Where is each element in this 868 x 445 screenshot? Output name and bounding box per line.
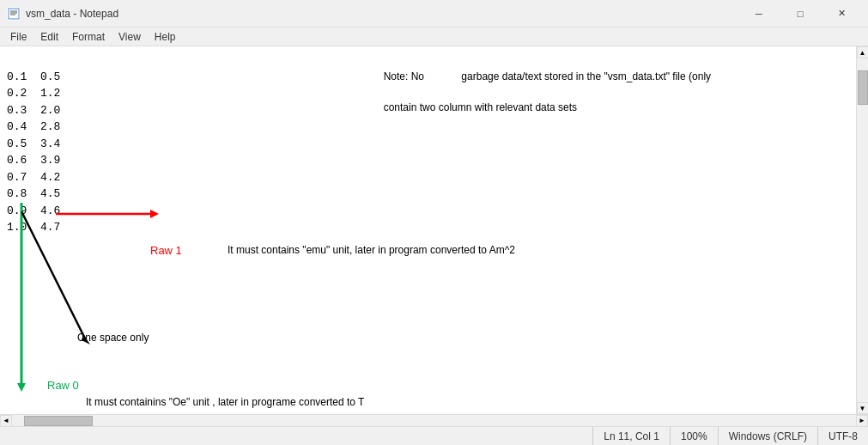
maximize-button[interactable]: □ bbox=[780, 0, 820, 27]
scroll-thumb-v[interactable] bbox=[858, 70, 868, 105]
menu-view[interactable]: View bbox=[112, 29, 148, 45]
app-icon bbox=[7, 7, 21, 21]
svg-marker-6 bbox=[150, 210, 159, 218]
raw0-label: Raw 0 bbox=[47, 377, 79, 394]
scroll-right-button[interactable]: ► bbox=[856, 415, 868, 427]
scroll-left-button[interactable]: ◄ bbox=[0, 415, 12, 427]
note-text: Note: No garbage data/text stored in the… bbox=[361, 53, 711, 131]
title-bar-left: vsm_data - Notepad bbox=[7, 7, 118, 21]
raw1-label: Raw 1 bbox=[150, 242, 182, 259]
status-position: Ln 11, Col 1 bbox=[593, 427, 671, 445]
minimize-button[interactable]: ─ bbox=[739, 0, 779, 27]
raw1-desc: It must contains "emu" unit, later in pr… bbox=[228, 242, 515, 258]
window-controls: ─ □ ✕ bbox=[739, 0, 861, 27]
raw1-arrow bbox=[56, 205, 159, 222]
status-zoom: 100% bbox=[671, 427, 719, 445]
annotation-overlay: Note: No garbage data/text stored in the… bbox=[0, 46, 856, 414]
title-bar: vsm_data - Notepad ─ □ ✕ bbox=[0, 0, 868, 27]
status-line-ending: Windows (CRLF) bbox=[719, 427, 818, 445]
svg-marker-10 bbox=[82, 334, 90, 344]
horizontal-scrollbar[interactable]: ◄ ► bbox=[0, 414, 868, 426]
window-title: vsm_data - Notepad bbox=[26, 8, 118, 20]
one-space-label: One space only bbox=[77, 330, 149, 345]
scroll-thumb-h[interactable] bbox=[24, 416, 93, 426]
menu-edit[interactable]: Edit bbox=[33, 29, 65, 45]
menu-bar: File Edit Format View Help bbox=[0, 27, 868, 46]
scroll-down-button[interactable]: ▼ bbox=[857, 402, 869, 414]
vertical-scrollbar[interactable]: ▲ ▼ bbox=[856, 46, 868, 414]
menu-file[interactable]: File bbox=[3, 29, 33, 45]
status-empty bbox=[0, 427, 593, 445]
status-encoding: UTF-8 bbox=[818, 427, 868, 445]
close-button[interactable]: ✕ bbox=[822, 0, 861, 27]
editor-container: 0.1 0.5 0.2 1.2 0.3 2.0 0.4 2.8 0.5 3.4 … bbox=[0, 46, 868, 414]
menu-format[interactable]: Format bbox=[65, 29, 112, 45]
editor-content[interactable]: 0.1 0.5 0.2 1.2 0.3 2.0 0.4 2.8 0.5 3.4 … bbox=[0, 46, 856, 414]
status-bar: Ln 11, Col 1 100% Windows (CRLF) UTF-8 bbox=[0, 426, 868, 445]
editor-text: 0.1 0.5 0.2 1.2 0.3 2.0 0.4 2.8 0.5 3.4 … bbox=[7, 70, 60, 235]
menu-help[interactable]: Help bbox=[148, 29, 183, 45]
scroll-up-button[interactable]: ▲ bbox=[857, 46, 869, 58]
svg-marker-8 bbox=[17, 383, 26, 392]
raw0-desc: It must containins "Oe" unit , later in … bbox=[86, 394, 364, 410]
